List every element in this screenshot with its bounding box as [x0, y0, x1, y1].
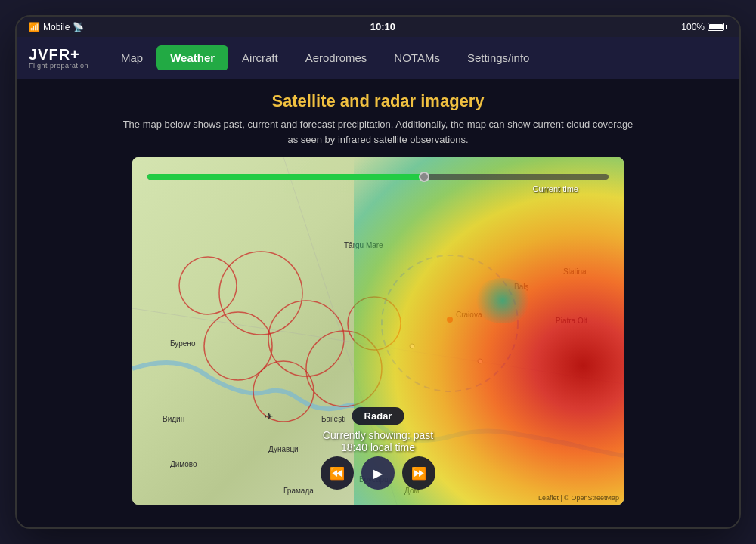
- device-frame: 📶 Mobile 📡 10:10 100% JVFR+ Flight prepa…: [15, 15, 741, 529]
- nav-item-weather[interactable]: Weather: [156, 45, 228, 70]
- map-status: Currently showing: past 18:40 local time: [323, 429, 433, 453]
- nav-item-aircraft[interactable]: Aircraft: [228, 45, 292, 70]
- nav-item-aerodromes[interactable]: Aerodromes: [292, 45, 381, 70]
- status-left: 📶 Mobile 📡: [29, 22, 84, 32]
- logo-subtitle: Flight preparation: [29, 62, 89, 70]
- mobile-label: Mobile: [43, 22, 70, 32]
- current-time-label: Current time: [532, 184, 578, 193]
- svg-point-0: [219, 252, 302, 335]
- logo: JVFR+ Flight preparation: [29, 47, 89, 70]
- svg-text:Бурено: Бурено: [170, 339, 196, 348]
- svg-text:Димово: Димово: [170, 460, 197, 468]
- page-description: The map below shows past, current and fo…: [121, 117, 635, 147]
- wifi-icon: 📡: [73, 22, 84, 32]
- nav-item-notams[interactable]: NOTAMs: [380, 45, 454, 70]
- svg-text:Бăilești: Бăilești: [321, 415, 345, 423]
- svg-text:Видин: Видин: [163, 415, 184, 423]
- page-title: Satellite and radar imagery: [271, 91, 484, 111]
- main-content: Satellite and radar imagery The map belo…: [17, 79, 739, 527]
- signal-icon: 📶: [29, 22, 40, 32]
- nav-item-settings[interactable]: Settings/info: [454, 45, 544, 70]
- map-container[interactable]: Craiova Balș Slatina Piatra Olt Бурено В…: [132, 157, 624, 505]
- svg-point-6: [179, 257, 237, 314]
- radar-label: Radar: [352, 407, 404, 425]
- svg-text:Дунавци: Дунавци: [268, 445, 299, 453]
- play-button[interactable]: ▶: [361, 456, 395, 490]
- clock: 10:10: [370, 21, 395, 32]
- battery-percent: 100%: [681, 22, 705, 32]
- map-controls: ⏪ ▶ ⏩: [321, 456, 435, 490]
- timeline-bar[interactable]: [147, 174, 609, 180]
- status-right: 100%: [681, 22, 727, 32]
- nav-item-map[interactable]: Map: [107, 45, 156, 70]
- nav-items: Map Weather Aircraft Aerodromes NOTAMs S…: [107, 37, 543, 79]
- svg-text:Грамада: Грамада: [284, 487, 314, 495]
- rewind-button[interactable]: ⏪: [321, 456, 354, 490]
- timeline-progress: [147, 174, 424, 180]
- logo-title: JVFR+: [29, 47, 89, 62]
- map-attribution: Leaflet | © OpenStreetMap: [538, 494, 619, 502]
- showing-status: Currently showing: past: [323, 429, 433, 441]
- navbar: JVFR+ Flight preparation Map Weather Air…: [17, 37, 739, 79]
- fast-forward-button[interactable]: ⏩: [402, 456, 435, 490]
- svg-point-2: [204, 312, 272, 380]
- status-bar: 📶 Mobile 📡 10:10 100%: [17, 17, 739, 37]
- battery-icon: [708, 23, 727, 31]
- showing-time: 18:40 local time: [323, 441, 433, 453]
- svg-text:✈: ✈: [265, 410, 274, 422]
- svg-point-3: [253, 361, 314, 422]
- map-terrain: Craiova Balș Slatina Piatra Olt Бурено В…: [132, 157, 624, 505]
- timeline-handle[interactable]: [419, 172, 429, 182]
- svg-point-1: [268, 301, 344, 376]
